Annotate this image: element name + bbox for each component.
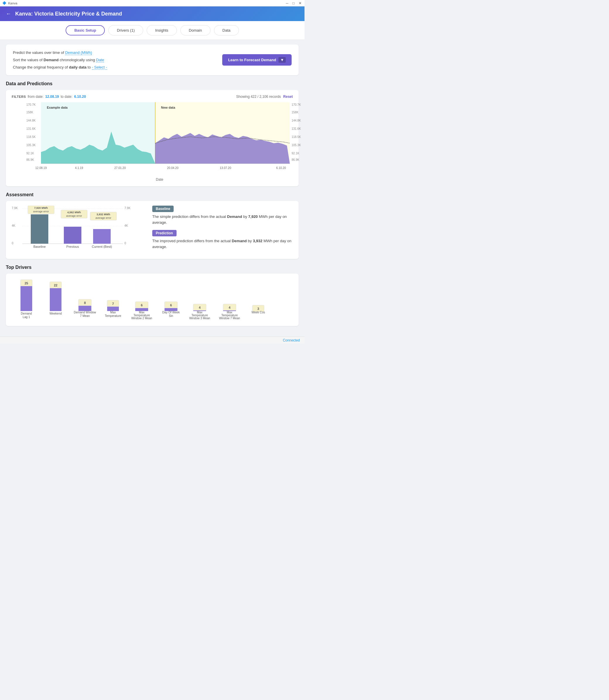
assessment-chart-svg: 7.9K 4K 0 7,920 MWh average error Baseli…: [12, 206, 135, 253]
frequency-select-link[interactable]: - Select -: [92, 65, 107, 70]
svg-text:0: 0: [124, 242, 126, 245]
current-bar: [93, 229, 111, 244]
svg-text:Day Of Week: Day Of Week: [162, 311, 180, 314]
svg-text:170.7K: 170.7K: [27, 103, 36, 106]
svg-text:20.04.20: 20.04.20: [167, 166, 179, 170]
reset-link[interactable]: Reset: [283, 95, 293, 99]
back-button[interactable]: ←: [6, 11, 11, 17]
baseline-info: Baseline The simple prediction differs f…: [152, 206, 293, 225]
chart-filters: FILTERS from date: 12.08.19 to date: 6.1…: [12, 95, 293, 99]
tab-insights[interactable]: Insights: [147, 25, 177, 35]
drivers-panel: 25 Demand Lag 1 22 Weekend 8 Demand Wind…: [6, 274, 299, 326]
svg-text:4: 4: [229, 306, 231, 309]
assessment-title: Assessment: [6, 192, 299, 198]
drivers-chart: 25 Demand Lag 1 22 Weekend 8 Demand Wind…: [12, 278, 287, 319]
config-panel: Predict the values over time of Demand (…: [6, 45, 299, 75]
svg-text:Example data: Example data: [47, 106, 68, 109]
forecast-button[interactable]: Learn to Forecast Demand ▼: [222, 54, 292, 66]
records-count: Showing 422 / 2,106 records: [236, 95, 281, 99]
assessment-panel: 7.9K 4K 0 7,920 MWh average error Baseli…: [6, 201, 299, 259]
svg-text:86.9K: 86.9K: [292, 158, 299, 161]
svg-text:3: 3: [257, 307, 259, 310]
app-icon: 🔷: [2, 1, 6, 5]
status-connected: Connected: [283, 338, 300, 342]
filters-label: FILTERS: [12, 95, 26, 98]
driver-bar-demand-window-7: [79, 306, 91, 311]
svg-text:Sin: Sin: [169, 314, 173, 318]
config-line3: Change the original frequency of daily d…: [13, 65, 107, 69]
svg-text:6: 6: [141, 304, 143, 307]
svg-text:Week Cos: Week Cos: [251, 311, 265, 314]
svg-text:average error: average error: [33, 210, 49, 213]
svg-text:Current (Best): Current (Best): [92, 245, 112, 249]
svg-text:0: 0: [12, 242, 14, 245]
svg-text:Lag 1: Lag 1: [22, 315, 30, 319]
svg-text:105.3K: 105.3K: [27, 143, 36, 147]
svg-text:7.9K: 7.9K: [124, 206, 130, 210]
svg-text:4,562 MWh: 4,562 MWh: [67, 211, 81, 214]
svg-text:25: 25: [24, 281, 28, 285]
baseline-bar: [31, 215, 48, 244]
svg-text:8: 8: [84, 301, 86, 305]
from-date-label: from date:: [28, 95, 44, 99]
title-bar: 🔷 Kanva ─ □ ✕: [0, 0, 304, 6]
tab-drivers[interactable]: Drivers (1): [108, 25, 143, 35]
assessment-chart: 7.9K 4K 0 7,920 MWh average error Baseli…: [12, 206, 141, 253]
previous-bar: [64, 227, 82, 244]
svg-text:Window 3 Mean: Window 3 Mean: [189, 317, 210, 319]
svg-text:144.8K: 144.8K: [27, 119, 36, 122]
svg-text:4.1.19: 4.1.19: [75, 166, 83, 170]
svg-text:12.08.19: 12.08.19: [35, 166, 47, 170]
top-drivers-title: Top Drivers: [6, 265, 299, 270]
svg-text:105.3K: 105.3K: [292, 143, 301, 147]
svg-text:86.9K: 86.9K: [27, 158, 34, 161]
title-bar-left: 🔷 Kanva: [2, 1, 17, 5]
svg-text:7: 7: [112, 302, 114, 306]
tab-data[interactable]: Data: [214, 25, 239, 35]
from-date-value[interactable]: 12.08.19: [46, 95, 59, 99]
svg-text:6.10.20: 6.10.20: [276, 166, 286, 170]
svg-text:Baseline: Baseline: [33, 245, 46, 249]
config-line2: Sort the values of Demand chronologicall…: [13, 58, 107, 62]
svg-text:92.1K: 92.1K: [27, 152, 34, 155]
svg-text:13.07.20: 13.07.20: [220, 166, 231, 170]
svg-text:New data: New data: [161, 106, 175, 109]
title-bar-controls: ─ □ ✕: [285, 1, 302, 5]
config-line1: Predict the values over time of Demand (…: [13, 50, 107, 55]
svg-text:6: 6: [170, 304, 172, 307]
svg-text:Max: Max: [110, 311, 116, 314]
prediction-badge: Prediction: [152, 230, 177, 236]
to-date-label: to date:: [60, 95, 72, 99]
tab-domain[interactable]: Domain: [180, 25, 210, 35]
svg-text:Window 2 Mean: Window 2 Mean: [131, 317, 152, 319]
svg-text:118.5K: 118.5K: [292, 135, 301, 138]
svg-text:27.01.20: 27.01.20: [115, 166, 126, 170]
date-link[interactable]: Date: [96, 58, 104, 63]
baseline-badge: Baseline: [152, 206, 174, 212]
maximize-button[interactable]: □: [292, 1, 295, 5]
svg-text:7 Mean: 7 Mean: [80, 314, 90, 318]
main-content: Predict the values over time of Demand (…: [0, 40, 304, 337]
chart-filters-left: FILTERS from date: 12.08.19 to date: 6.1…: [12, 95, 86, 99]
app-header-title: Kanva: Victoria Electricity Price & Dema…: [15, 11, 122, 17]
svg-text:170.7K: 170.7K: [292, 103, 301, 106]
assessment-info: Baseline The simple prediction differs f…: [152, 206, 293, 254]
tab-basic-setup[interactable]: Basic Setup: [66, 25, 105, 35]
svg-text:Window 7 Mean: Window 7 Mean: [219, 317, 240, 319]
forecast-btn-arrow: ▼: [278, 57, 286, 63]
close-button[interactable]: ✕: [298, 1, 302, 5]
svg-text:Previous: Previous: [67, 245, 79, 249]
app-header: ← Kanva: Victoria Electricity Price & De…: [0, 6, 304, 21]
svg-text:131.6K: 131.6K: [292, 127, 301, 130]
minimize-button[interactable]: ─: [285, 1, 289, 5]
main-chart: 170.7K 158K 144.8K 131.6K 118.5K 105.3K …: [27, 102, 301, 175]
prediction-info: Prediction The improved prediction diffe…: [152, 230, 293, 250]
demand-mwh-link[interactable]: Demand (MWh): [65, 50, 92, 55]
baseline-description: The simple prediction differs from the a…: [152, 214, 293, 225]
prediction-description: The improved prediction differs from the…: [152, 238, 293, 250]
driver-bar-demand-lag: [20, 286, 32, 311]
svg-text:Weekend: Weekend: [50, 312, 62, 315]
to-date-value[interactable]: 6.10.20: [74, 95, 86, 99]
chart-panel: FILTERS from date: 12.08.19 to date: 6.1…: [6, 90, 299, 186]
tab-bar: Basic Setup Drivers (1) Insights Domain …: [0, 21, 304, 40]
